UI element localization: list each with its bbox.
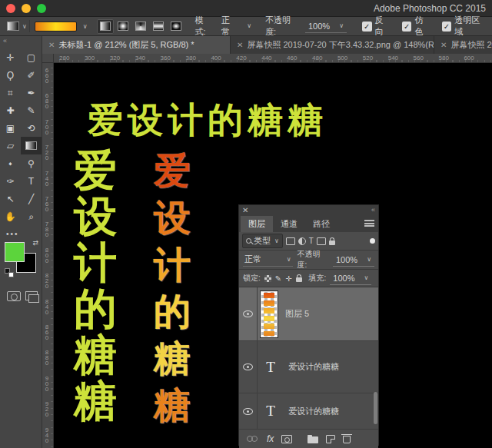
panel-menu-icon[interactable] [364,220,374,227]
healing-brush-tool[interactable]: ✚ [0,101,21,119]
foreground-color-swatch[interactable] [5,242,25,262]
gradient-tool[interactable] [21,137,42,154]
panel-scrollbar[interactable] [374,392,377,424]
filter-locked-layers-icon[interactable] [329,241,335,245]
canvas-char: 设 [74,194,117,240]
filter-shape-layers-icon[interactable] [317,237,326,245]
chevron-down-icon: ∨ [367,256,371,263]
opacity-dropdown[interactable]: 100% ∨ [305,20,347,33]
quick-mask-button[interactable] [7,291,21,301]
chevron-down-icon[interactable]: ∨ [83,23,88,30]
filter-type-label: 类型 [254,235,271,247]
filter-type-dropdown[interactable]: 类型 ∨ [242,234,283,248]
folder-icon[interactable] [308,436,318,443]
document-tab[interactable]: ✕未标题-1 @ 212% (图层 5, RGB/8) * [42,36,231,54]
close-tab-icon[interactable]: ✕ [237,41,243,49]
close-tab-icon[interactable]: ✕ [48,41,55,49]
canvas-char: 糖 [74,332,117,378]
panel-tab-路径[interactable]: 路径 [305,216,337,232]
ruler-number: 720 [44,144,50,161]
layer-name: 爱设计的糖糖 [288,361,339,373]
checkbox-反向[interactable]: ✓反向 [362,15,391,38]
history-brush-tool[interactable]: ⟲ [21,119,42,137]
brush-tool[interactable]: ✎ [21,101,42,119]
crop-tool[interactable]: ⌗ [0,84,21,101]
document-tab[interactable]: ✕屏幕快照 2019-07-20 下午3.43.32.png @ 148%(RG… [231,36,434,54]
document-tab[interactable]: ✕屏幕快照 2019-07-20 [434,36,492,54]
layer-name: 爱设计的糖糖 [288,406,339,417]
zoom-tool[interactable]: ⌕ [21,207,42,225]
move-tool[interactable]: ✛ [0,48,21,66]
linear-gradient-button[interactable] [97,19,114,34]
reflected-gradient-button[interactable] [150,19,167,34]
layer-list: 图层 5T爱设计的糖糖T爱设计的糖糖 [239,287,378,430]
collapse-panel-icon[interactable]: « [3,37,7,45]
layer-visibility-toggle[interactable] [239,341,258,393]
marquee-tool[interactable]: ▢ [21,48,42,66]
close-panel-icon[interactable]: ✕ [242,206,248,214]
filter-pixel-layers-icon[interactable] [286,237,295,245]
layer-row[interactable]: 图层 5 [239,287,378,341]
panel-tab-图层[interactable]: 图层 [241,216,273,232]
text-layer-icon[interactable]: T [261,357,281,377]
gradient-preview[interactable] [35,22,77,32]
filter-type-layers-icon[interactable]: T [309,237,314,245]
angle-gradient-button[interactable] [132,19,149,34]
edit-toolbar-ellipsis[interactable]: ••• [6,230,19,238]
hand-tool[interactable]: ✋ [0,207,21,225]
search-icon [246,238,251,244]
lock-transparency-icon[interactable] [264,275,271,282]
checkbox-透明区域[interactable]: ✓透明区域 [442,15,487,38]
chevron-down-icon: ∨ [364,274,368,281]
pen-tool[interactable]: ✑ [0,172,21,190]
screen-mode-button[interactable] [25,291,38,300]
line-tool[interactable]: ╱ [21,190,42,207]
dodge-tool[interactable]: ⚲ [21,154,42,172]
swap-colors-icon[interactable]: ⇄ [32,239,38,247]
clone-stamp-tool[interactable]: ▣ [0,119,21,137]
radial-gradient-button[interactable] [115,19,131,34]
path-selection-tool[interactable]: ↖ [0,190,21,207]
ruler-number: 320 [110,55,120,61]
filter-adjustment-layers-icon[interactable] [298,237,306,245]
fx-icon[interactable]: fx [267,433,274,444]
blur-tool[interactable]: ⬩ [0,154,21,172]
text-layer-icon[interactable]: T [261,401,281,421]
layer-opacity-dropdown[interactable]: 100% ∨ [333,254,374,267]
checkbox-仿色[interactable]: ✓仿色 [402,15,431,38]
checkbox-icon: ✓ [402,22,412,32]
blend-mode-dropdown[interactable]: 正常 ∨ [243,253,293,267]
close-window-button[interactable] [6,4,15,13]
document-tab-label: 屏幕快照 2019-07-20 下午3.43.32.png @ 148%(RGB… [247,39,434,51]
chevron-down-icon: ∨ [247,22,251,29]
lock-all-icon[interactable] [296,277,302,282]
collapse-panel-icon[interactable]: « [371,206,375,214]
zoom-window-button[interactable] [37,4,46,13]
link-icon[interactable] [247,436,259,442]
panel-tab-通道[interactable]: 通道 [273,216,305,232]
trash-icon[interactable] [343,436,351,443]
window-title: Adobe Photoshop CC 2015 [374,3,486,14]
tool-preset-picker[interactable]: ∨ [5,20,30,32]
eraser-tool[interactable]: ▱ [0,137,21,154]
lasso-tool[interactable]: Ϙ [0,66,21,84]
layer-row[interactable]: T爱设计的糖糖 [239,393,378,430]
type-tool[interactable]: T [21,172,42,190]
close-tab-icon[interactable]: ✕ [440,41,447,49]
lock-position-icon[interactable]: ✛ [285,274,291,283]
quick-selection-tool[interactable]: ✐ [21,66,42,84]
diamond-gradient-button[interactable] [168,19,184,34]
layer-thumbnail[interactable] [261,291,278,337]
minimize-window-button[interactable] [22,4,31,13]
newlayer-icon[interactable] [326,435,335,443]
fill-dropdown[interactable]: 100% ∨ [330,272,371,285]
layer-visibility-toggle[interactable] [239,287,258,340]
eyedropper-tool[interactable]: ✒ [21,84,42,101]
lock-paint-icon[interactable]: ✎ [275,274,281,283]
layer-visibility-toggle[interactable] [239,393,258,429]
fill-label: 填充: [309,273,327,284]
mask-icon[interactable] [281,435,292,443]
layer-row[interactable]: T爱设计的糖糖 [239,341,378,393]
default-colors-icon[interactable] [5,268,14,277]
filter-toggle-icon[interactable] [370,238,375,244]
